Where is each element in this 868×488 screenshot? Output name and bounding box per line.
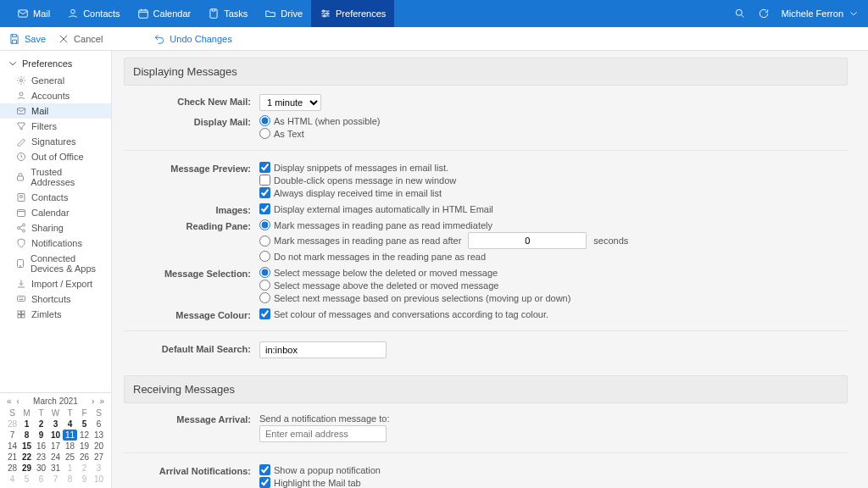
cal-day[interactable]: 5 xyxy=(19,474,34,485)
an-popup[interactable]: Show a popup notification xyxy=(259,463,848,476)
cal-day[interactable]: 20 xyxy=(92,441,106,452)
sidebar-item-calendar[interactable]: Calendar xyxy=(0,205,111,220)
sidebar-item-zimlets[interactable]: Zimlets xyxy=(0,307,111,322)
cal-day[interactable]: 1 xyxy=(63,463,77,474)
nav-tasks[interactable]: Tasks xyxy=(199,0,256,27)
nav-calendar[interactable]: Calendar xyxy=(129,0,200,27)
cal-next-month[interactable]: › xyxy=(90,396,96,406)
display-mail-html[interactable]: As HTML (when possible) xyxy=(259,114,848,127)
cal-day[interactable]: 8 xyxy=(19,430,34,441)
cal-day[interactable]: 22 xyxy=(19,452,34,463)
cal-day[interactable]: 9 xyxy=(34,430,48,441)
cal-day[interactable]: 2 xyxy=(77,463,92,474)
search-icon[interactable] xyxy=(734,8,746,19)
cal-day[interactable]: 28 xyxy=(5,463,19,474)
cal-prev-year[interactable]: « xyxy=(5,396,14,406)
sidebar-item-contacts[interactable]: Contacts xyxy=(0,190,111,205)
default-search-input[interactable] xyxy=(259,341,387,358)
mp-time[interactable]: Always display received time in email li… xyxy=(259,186,848,199)
tree-root[interactable]: Preferences xyxy=(0,54,111,73)
mp-time-check[interactable] xyxy=(259,187,270,198)
rp-after-radio[interactable] xyxy=(259,236,270,247)
cal-day[interactable]: 25 xyxy=(63,452,77,463)
ms-above[interactable]: Select message above the deleted or move… xyxy=(259,279,848,291)
cal-day[interactable]: 3 xyxy=(92,463,106,474)
check-new-mail-select[interactable]: 1 minute xyxy=(259,94,321,111)
cal-day[interactable]: 31 xyxy=(48,463,63,474)
cal-day[interactable]: 24 xyxy=(48,452,63,463)
cal-prev-month[interactable]: ‹ xyxy=(15,396,21,406)
cal-day[interactable]: 29 xyxy=(19,463,34,474)
mp-dblclick[interactable]: Double-click opens message in new window xyxy=(259,174,848,186)
ms-above-radio[interactable] xyxy=(259,280,270,291)
nav-mail[interactable]: Mail xyxy=(8,0,58,27)
sidebar-item-shortcuts[interactable]: Shortcuts xyxy=(0,291,111,307)
cal-day[interactable]: 10 xyxy=(48,430,63,441)
sidebar-item-general[interactable]: General xyxy=(0,73,111,88)
save-button[interactable]: Save xyxy=(8,33,46,45)
display-mail-text[interactable]: As Text xyxy=(259,127,848,140)
cal-day[interactable]: 2 xyxy=(34,419,48,430)
cal-day[interactable]: 23 xyxy=(34,452,48,463)
sidebar-item-import-export[interactable]: Import / Export xyxy=(0,276,111,291)
mp-dblclick-check[interactable] xyxy=(259,175,270,186)
cal-day[interactable]: 9 xyxy=(77,474,92,485)
cal-day[interactable]: 18 xyxy=(63,441,77,452)
sidebar-item-sharing[interactable]: Sharing xyxy=(0,220,111,236)
mc-check[interactable] xyxy=(259,308,270,319)
an-highlight-check[interactable] xyxy=(259,477,270,488)
nav-preferences[interactable]: Preferences xyxy=(311,0,394,27)
cal-day[interactable]: 28 xyxy=(5,419,19,430)
sidebar-item-accounts[interactable]: Accounts xyxy=(0,88,111,103)
arrival-email-input[interactable] xyxy=(259,425,387,442)
cal-day[interactable]: 14 xyxy=(5,441,19,452)
images-opt[interactable]: Display external images automatically in… xyxy=(259,202,848,215)
sidebar-item-signatures[interactable]: Signatures xyxy=(0,134,111,149)
mc-opt[interactable]: Set colour of messages and conversations… xyxy=(259,308,848,320)
cal-day[interactable]: 4 xyxy=(5,474,19,485)
sidebar-item-out-of-office[interactable]: Out of Office xyxy=(0,149,111,164)
cal-day[interactable]: 4 xyxy=(63,419,77,430)
display-mail-text-radio[interactable] xyxy=(259,128,270,139)
undo-button[interactable]: Undo Changes xyxy=(153,33,231,45)
sidebar-item-connected-devices-apps[interactable]: Connected Devices & Apps xyxy=(0,251,111,276)
cal-day[interactable]: 30 xyxy=(34,463,48,474)
nav-contacts[interactable]: Contacts xyxy=(58,0,128,27)
cal-day[interactable]: 11 xyxy=(63,430,77,441)
display-mail-html-radio[interactable] xyxy=(259,115,270,126)
mp-snippets[interactable]: Display snippets of messages in email li… xyxy=(259,161,848,174)
cal-day[interactable]: 6 xyxy=(92,419,106,430)
sidebar-item-notifications[interactable]: Notifications xyxy=(0,236,111,251)
ms-below-radio[interactable] xyxy=(259,267,270,278)
cal-day[interactable]: 19 xyxy=(77,441,92,452)
cal-next-year[interactable]: » xyxy=(97,396,106,406)
cal-day[interactable]: 12 xyxy=(77,430,92,441)
cal-day[interactable]: 5 xyxy=(77,419,92,430)
cal-day[interactable]: 21 xyxy=(5,452,19,463)
mp-snippets-check[interactable] xyxy=(259,162,270,173)
cal-day[interactable]: 1 xyxy=(19,419,34,430)
nav-drive[interactable]: Drive xyxy=(256,0,311,27)
rp-after[interactable]: Mark messages in reading pane as read af… xyxy=(259,231,848,250)
cancel-button[interactable]: Cancel xyxy=(58,33,103,45)
images-check[interactable] xyxy=(259,203,270,214)
sidebar-item-mail[interactable]: Mail xyxy=(0,103,111,119)
refresh-icon[interactable] xyxy=(758,8,770,19)
rp-immediate-radio[interactable] xyxy=(259,219,270,230)
cal-day[interactable]: 16 xyxy=(34,441,48,452)
cal-day[interactable]: 26 xyxy=(77,452,92,463)
cal-day[interactable]: 7 xyxy=(48,474,63,485)
cal-day[interactable]: 17 xyxy=(48,441,63,452)
cal-day[interactable]: 6 xyxy=(34,474,48,485)
rp-donot-radio[interactable] xyxy=(259,251,270,262)
cal-day[interactable]: 10 xyxy=(92,474,106,485)
cal-day[interactable]: 3 xyxy=(48,419,63,430)
cal-day[interactable]: 8 xyxy=(63,474,77,485)
rp-seconds-input[interactable] xyxy=(468,232,587,249)
rp-immediate[interactable]: Mark messages in reading pane as read im… xyxy=(259,219,848,231)
rp-donot[interactable]: Do not mark messages in the reading pane… xyxy=(259,250,848,263)
ms-next-radio[interactable] xyxy=(259,292,270,303)
cal-day[interactable]: 13 xyxy=(92,430,106,441)
sidebar-item-trusted-addresses[interactable]: Trusted Addresses xyxy=(0,164,111,190)
cal-day[interactable]: 15 xyxy=(19,441,34,452)
